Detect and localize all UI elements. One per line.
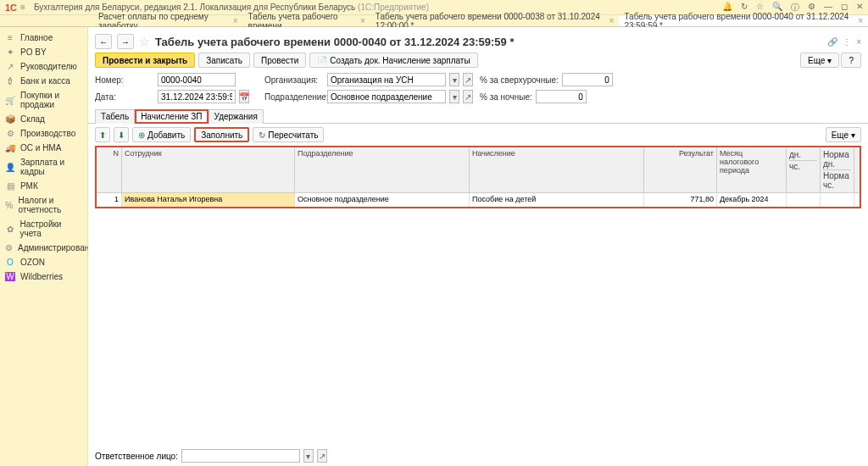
more-button[interactable]: Еще ▾	[800, 53, 839, 68]
sidebar-item-manager[interactable]: ↗Руководителю	[0, 59, 87, 74]
page-title: Табель учета рабочего времени 0000-0040 …	[155, 36, 514, 48]
night-field[interactable]	[536, 90, 587, 103]
cart-icon: 🛒	[5, 96, 15, 105]
tab-close-icon[interactable]: ×	[858, 16, 863, 25]
create-salary-doc-button[interactable]: 📄Создать док. Начисление зарплаты	[309, 53, 477, 68]
truck-icon: 🚚	[5, 143, 15, 153]
recalc-button[interactable]: ↻Пересчитать	[253, 127, 324, 142]
app-logo: 1C	[5, 3, 17, 13]
menu-icon[interactable]: ≡	[20, 3, 25, 12]
col-employee[interactable]: Сотрудник	[122, 147, 295, 192]
org-field[interactable]	[327, 73, 446, 86]
resp-open-icon[interactable]: ↗	[317, 449, 327, 463]
col-number[interactable]: N	[97, 147, 122, 192]
number-label: Номер:	[95, 75, 154, 85]
plus-icon: ⊕	[138, 130, 145, 140]
percent-icon: %	[5, 201, 13, 210]
tab-item[interactable]: Табель учета рабочего времени 0000-0040 …	[619, 15, 868, 26]
sidebar-item-stock[interactable]: 📦Склад	[0, 112, 87, 126]
forward-button[interactable]: →	[117, 34, 134, 49]
number-field[interactable]	[158, 73, 236, 86]
overtime-label: % за сверхурочные:	[480, 75, 559, 85]
gear-icon: ⚙	[5, 129, 15, 138]
resp-dropdown-icon[interactable]: ▾	[303, 449, 314, 463]
sidebar-item-sales[interactable]: 🛒Покупки и продажи	[0, 88, 87, 112]
date-picker-icon[interactable]: 📅	[239, 90, 249, 103]
money-icon: ₿	[5, 76, 15, 86]
sidebar-item-taxes[interactable]: %Налоги и отчетность	[0, 193, 87, 217]
night-label: % за ночные:	[480, 92, 532, 102]
col-department[interactable]: Подразделение	[295, 147, 470, 192]
col-accrual[interactable]: Начисление	[470, 147, 644, 192]
col-period[interactable]: Месяц налогового периода	[717, 147, 787, 192]
tab-close-icon[interactable]: ×	[360, 16, 365, 25]
person-icon: 👤	[5, 163, 15, 172]
move-down-button[interactable]: ⬇	[114, 127, 129, 142]
tab-item[interactable]: Табель учета рабочего времени×	[243, 15, 370, 26]
col-days-hours[interactable]: дн.чс.	[787, 147, 821, 192]
tab-close-icon[interactable]: ×	[233, 16, 238, 25]
link-icon[interactable]: 🔗	[827, 37, 837, 47]
sidebar-item-ozon[interactable]: OOZON	[0, 255, 87, 269]
home-icon: ≡	[5, 33, 15, 42]
sidebar-item-wb[interactable]: WWildberries	[0, 269, 87, 284]
date-field[interactable]	[158, 90, 236, 103]
org-label: Организация:	[264, 75, 324, 85]
dep-open-icon[interactable]: ↗	[463, 90, 473, 103]
app-title: Бухгалтерия для Беларуси, редакция 2.1. …	[34, 3, 722, 12]
gear-icon: ⚙	[5, 243, 13, 252]
sidebar: ≡Главное ✦PO BY ↗Руководителю ₿Банк и ка…	[0, 27, 88, 466]
sidebar-item-poby[interactable]: ✦PO BY	[0, 45, 87, 59]
tab-item[interactable]: Табель учета рабочего времени 0000-0038 …	[370, 15, 620, 26]
post-button[interactable]: Провести	[253, 53, 306, 68]
col-result[interactable]: Результат	[644, 147, 717, 192]
subtab-table[interactable]: Табель	[95, 109, 135, 124]
back-button[interactable]: ←	[95, 34, 112, 49]
fill-button[interactable]: Заполнить	[194, 127, 249, 142]
close-doc-icon[interactable]: ×	[856, 37, 861, 47]
dep-dropdown-icon[interactable]: ▾	[449, 90, 459, 103]
sidebar-item-salary[interactable]: 👤Зарплата и кадры	[0, 155, 87, 179]
move-up-button[interactable]: ⬆	[95, 127, 110, 142]
plus-icon: 📄	[317, 56, 327, 65]
subtab-deduct[interactable]: Удержания	[209, 109, 264, 124]
sidebar-item-admin[interactable]: ⚙Администрирование	[0, 241, 87, 255]
box-icon: 📦	[5, 114, 15, 124]
overtime-field[interactable]	[562, 73, 613, 86]
kebab-icon[interactable]: ⋮	[843, 37, 851, 47]
ozon-icon: O	[5, 258, 15, 267]
subtab-salary[interactable]: Начисление ЗП	[135, 109, 208, 124]
col-norm[interactable]: Норма дн.Норма чс.	[821, 147, 854, 192]
responsible-label: Ответственное лицо:	[95, 452, 178, 461]
wb-icon: W	[5, 272, 15, 281]
add-row-button[interactable]: ⊕Добавить	[132, 127, 191, 142]
help-button[interactable]: ?	[841, 53, 861, 68]
org-dropdown-icon[interactable]: ▾	[449, 73, 459, 86]
data-grid: N Сотрудник Подразделение Начисление Рез…	[95, 146, 861, 208]
dep-field[interactable]	[327, 90, 446, 103]
close-icon[interactable]: ✕	[856, 2, 863, 14]
table-row[interactable]: 1 Иванова Наталья Игоревна Основное подр…	[97, 193, 860, 207]
chart-icon: ↗	[5, 62, 15, 71]
sidebar-item-assets[interactable]: 🚚ОС и НМА	[0, 141, 87, 155]
refresh-icon: ↻	[259, 130, 265, 140]
dep-label: Подразделение:	[264, 92, 324, 102]
star-icon: ✦	[5, 47, 15, 57]
date-label: Дата:	[95, 92, 154, 102]
tab-item[interactable]: Расчет оплаты по среднему заработку×	[93, 15, 243, 26]
document-tabs: Расчет оплаты по среднему заработку× Таб…	[0, 15, 868, 27]
tab-close-icon[interactable]: ×	[609, 16, 615, 25]
sidebar-item-bank[interactable]: ₿Банк и касса	[0, 74, 87, 88]
responsible-field[interactable]	[181, 449, 300, 463]
save-button[interactable]: Записать	[198, 53, 250, 68]
post-close-button[interactable]: Провести и закрыть	[95, 53, 195, 68]
sidebar-item-rmk[interactable]: ▤РМК	[0, 179, 87, 193]
grid-more-button[interactable]: Еще ▾	[826, 127, 861, 142]
org-open-icon[interactable]: ↗	[463, 73, 473, 86]
favorite-icon[interactable]: ☆	[139, 35, 150, 48]
sidebar-item-settings[interactable]: ✿Настройки учета	[0, 217, 87, 241]
sidebar-item-main[interactable]: ≡Главное	[0, 31, 87, 45]
sidebar-item-prod[interactable]: ⚙Производство	[0, 126, 87, 141]
flower-icon: ✿	[5, 225, 14, 234]
grid-icon: ▤	[5, 181, 15, 191]
